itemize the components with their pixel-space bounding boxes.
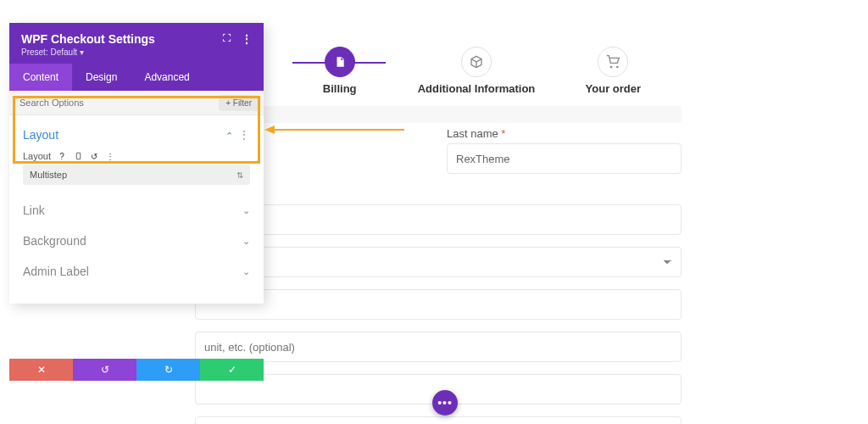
- country-select[interactable]: [195, 247, 682, 277]
- step-billing-label: Billing: [271, 82, 408, 95]
- box-icon: [461, 47, 492, 77]
- svg-point-0: [611, 66, 612, 67]
- reset-icon[interactable]: ↺: [89, 151, 99, 161]
- updown-icon: ⇅: [236, 170, 243, 180]
- chevron-down-icon: ⌄: [242, 236, 250, 247]
- last-name-input[interactable]: [447, 143, 682, 174]
- panel-footer: ✕ ↺ ↻ ✓: [9, 359, 264, 381]
- tab-content[interactable]: Content: [9, 64, 72, 91]
- section-admin-label[interactable]: Admin Label ⌄: [9, 256, 264, 287]
- chevron-up-icon: ⌃: [225, 131, 233, 141]
- help-icon[interactable]: ?: [57, 151, 67, 161]
- tab-design[interactable]: Design: [72, 64, 131, 91]
- preset-label[interactable]: Preset: Default ▾: [21, 47, 252, 57]
- filter-button[interactable]: + Filter: [219, 95, 259, 111]
- section-layout-header[interactable]: Layout ⌃⋮: [9, 119, 264, 151]
- undo-button[interactable]: ↺: [73, 359, 136, 381]
- mobile-icon[interactable]: [73, 151, 83, 161]
- step-additional-label: Additional Information: [408, 82, 544, 95]
- kebab-icon[interactable]: ⋮: [238, 128, 250, 142]
- kebab-icon[interactable]: ⋮: [242, 33, 252, 45]
- chevron-down-icon: ⌄: [242, 205, 250, 216]
- dots-icon: •••: [437, 396, 453, 410]
- apartment-input[interactable]: [195, 332, 682, 362]
- close-button[interactable]: ✕: [9, 359, 73, 381]
- step-order-label: Your order: [545, 82, 682, 95]
- street-address-input[interactable]: [195, 289, 682, 320]
- settings-panel: WPF Checkout Settings ⋮ Preset: Default …: [9, 23, 264, 304]
- last-name-label: Last name *: [447, 127, 682, 140]
- svg-rect-2: [76, 153, 81, 159]
- panel-tabs: Content Design Advanced: [9, 64, 264, 91]
- kebab-icon[interactable]: ⋮: [105, 151, 115, 161]
- district-select[interactable]: Bandarban: [195, 416, 682, 424]
- checkout-card: [195, 106, 682, 123]
- expand-icon[interactable]: [222, 33, 231, 45]
- layout-select[interactable]: Multistep ⇅: [23, 165, 250, 185]
- layout-field-label: Layout: [23, 151, 51, 161]
- redo-button[interactable]: ↻: [136, 359, 200, 381]
- company-input[interactable]: [195, 204, 682, 235]
- document-icon: [325, 47, 355, 77]
- cart-icon: [598, 47, 628, 77]
- section-link[interactable]: Link ⌄: [9, 195, 264, 226]
- fab-more[interactable]: •••: [432, 390, 458, 416]
- search-input[interactable]: [9, 91, 219, 114]
- section-layout-body: Layout ? ↺ ⋮ Multistep ⇅: [9, 151, 264, 195]
- section-background[interactable]: Background ⌄: [9, 226, 264, 256]
- step-additional[interactable]: Additional Information: [408, 47, 544, 95]
- chevron-down-icon: ⌄: [242, 266, 250, 277]
- svg-point-1: [617, 66, 618, 67]
- panel-title: WPF Checkout Settings: [21, 32, 155, 46]
- save-button[interactable]: ✓: [200, 359, 264, 381]
- step-order[interactable]: Your order: [545, 47, 682, 95]
- tab-advanced[interactable]: Advanced: [131, 64, 203, 91]
- step-billing[interactable]: Billing: [271, 47, 408, 95]
